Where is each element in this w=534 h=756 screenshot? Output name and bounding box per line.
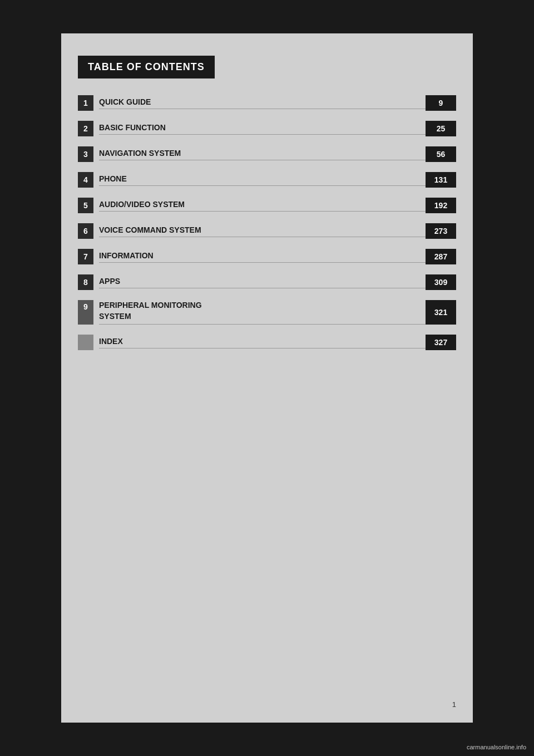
toc-label-7: INFORMATION — [99, 251, 426, 263]
toc-label-2: BASIC FUNCTION — [99, 123, 426, 135]
toc-row[interactable]: 5 AUDIO/VIDEO SYSTEM 192 — [78, 198, 456, 213]
toc-label-4: PHONE — [99, 174, 426, 186]
toc-page-2: 25 — [426, 121, 456, 136]
toc-label-9: PERIPHERAL MONITORINGSYSTEM — [99, 300, 426, 325]
toc-row-index[interactable]: INDEX 327 — [78, 335, 456, 350]
page-number: 1 — [452, 700, 456, 709]
toc-page-1: 9 — [426, 95, 456, 111]
toc-row[interactable]: 7 INFORMATION 287 — [78, 249, 456, 264]
toc-page-6: 273 — [426, 223, 456, 239]
toc-label-8: APPS — [99, 277, 426, 288]
toc-label-5: AUDIO/VIDEO SYSTEM — [99, 200, 426, 212]
toc-page-index: 327 — [426, 335, 456, 350]
toc-row[interactable]: 1 QUICK GUIDE 9 — [78, 95, 456, 111]
toc-page-9: 321 — [426, 300, 456, 325]
toc-page-3: 56 — [426, 146, 456, 162]
toc-label-6: VOICE COMMAND SYSTEM — [99, 225, 426, 237]
toc-number-1: 1 — [78, 95, 93, 111]
toc-number-7: 7 — [78, 249, 93, 264]
toc-number-9: 9 — [78, 300, 93, 325]
toc-label-3: NAVIGATION SYSTEM — [99, 149, 426, 160]
toc-page-7: 287 — [426, 249, 456, 264]
toc-number-4: 4 — [78, 172, 93, 188]
watermark-text: carmanualsonline.info — [467, 744, 526, 750]
toc-page-4: 131 — [426, 172, 456, 188]
page-container: TABLE OF CONTENTS 1 QUICK GUIDE 9 2 BASI… — [61, 33, 473, 723]
watermark-bar: carmanualsonline.info — [459, 737, 534, 756]
toc-list: 1 QUICK GUIDE 9 2 BASIC FUNCTION 25 3 NA… — [78, 95, 456, 350]
toc-page-8: 309 — [426, 274, 456, 290]
toc-row[interactable]: 8 APPS 309 — [78, 274, 456, 290]
toc-row[interactable]: 6 VOICE COMMAND SYSTEM 273 — [78, 223, 456, 239]
title-text: TABLE OF CONTENTS — [88, 61, 205, 72]
toc-row[interactable]: 2 BASIC FUNCTION 25 — [78, 121, 456, 136]
toc-label-1: QUICK GUIDE — [99, 97, 426, 109]
toc-row[interactable]: 4 PHONE 131 — [78, 172, 456, 188]
toc-row-multiline[interactable]: 9 PERIPHERAL MONITORINGSYSTEM 321 — [78, 300, 456, 325]
toc-row[interactable]: 3 NAVIGATION SYSTEM 56 — [78, 146, 456, 162]
toc-number-2: 2 — [78, 121, 93, 136]
toc-number-8: 8 — [78, 274, 93, 290]
toc-number-index — [78, 335, 93, 350]
toc-page-5: 192 — [426, 198, 456, 213]
toc-number-6: 6 — [78, 223, 93, 239]
toc-number-5: 5 — [78, 198, 93, 213]
toc-label-index: INDEX — [99, 337, 426, 348]
toc-number-3: 3 — [78, 146, 93, 162]
title-box: TABLE OF CONTENTS — [78, 56, 215, 78]
